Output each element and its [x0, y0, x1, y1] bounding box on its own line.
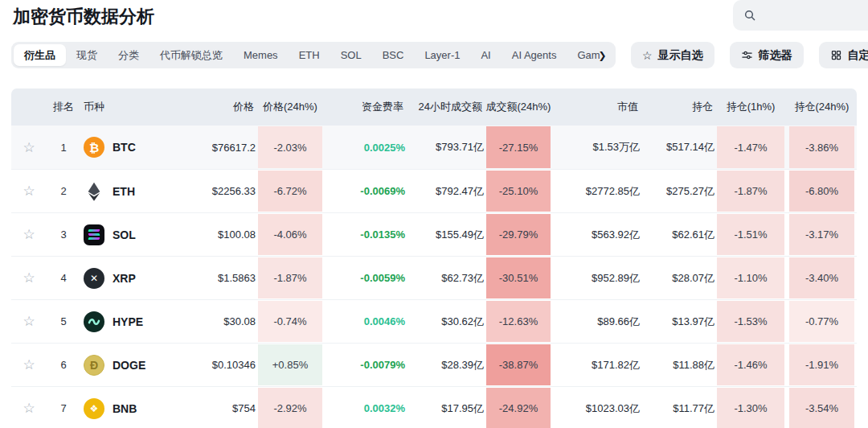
- table-row-bnb[interactable]: ☆ 7 ❖ BNB $754 -2.92% 0.0032% $17.95亿 -2…: [11, 386, 857, 428]
- volume-value: $792.47亿: [405, 170, 484, 212]
- bnb-coin-icon: ❖: [84, 398, 104, 419]
- oi-1h-value: -1.51%: [717, 214, 784, 255]
- header-coin[interactable]: 币种: [80, 100, 197, 114]
- favorite-star-icon[interactable]: ☆: [23, 139, 35, 156]
- price-value: $2256.33: [197, 170, 256, 212]
- table-row-doge[interactable]: ☆ 6 Ð DOGE $0.10346 +0.85% -0.0079% $28.…: [11, 343, 857, 386]
- volume-change-cell: -24.92%: [484, 387, 553, 428]
- rank-value: 7: [47, 387, 80, 428]
- oi-24h-value: -1.91%: [789, 344, 854, 385]
- volume-change-cell: -29.79%: [484, 213, 553, 256]
- funding-rate-value: 0.0025%: [325, 126, 405, 169]
- search-input[interactable]: [733, 0, 868, 31]
- oi-24h-cell: -0.77%: [787, 300, 857, 343]
- header-oi-1h[interactable]: 持仓(1h%): [714, 100, 787, 114]
- category-tabs: 衍生品 现货 分类 代币解锁总览 Memes ETH SOL BSC Layer…: [11, 42, 616, 68]
- show-watchlist-button[interactable]: ☆ 显示自选: [631, 42, 714, 68]
- favorite-star-icon[interactable]: ☆: [23, 226, 35, 243]
- tab-layer1[interactable]: Layer-1: [414, 44, 470, 66]
- favorite-star-icon[interactable]: ☆: [23, 183, 35, 200]
- tab-categories[interactable]: 分类: [108, 44, 149, 66]
- tab-bsc[interactable]: BSC: [372, 44, 415, 66]
- price-change-value: +0.85%: [258, 344, 322, 385]
- oi-24h-cell: -3.40%: [787, 257, 857, 299]
- header-rank[interactable]: 排名: [47, 100, 80, 114]
- tab-token-unlocks[interactable]: 代币解锁总览: [149, 44, 233, 66]
- tab-gaming-truncated[interactable]: Gam: [567, 44, 601, 66]
- table-row-btc[interactable]: ☆ 1 ₿ BTC $76617.2 -2.03% 0.0025% $793.7…: [11, 126, 857, 169]
- price-change-value: -0.74%: [258, 301, 322, 342]
- price-change-cell: -0.74%: [256, 300, 325, 343]
- customize-grid-icon: [830, 49, 842, 61]
- volume-change-cell: -30.51%: [484, 257, 553, 299]
- table-row-hype[interactable]: ☆ 5 HYPE $30.08 -0.74% 0.0046% $30.62亿 -…: [11, 299, 857, 343]
- oi-24h-cell: -3.17%: [787, 213, 857, 256]
- coin-cell[interactable]: ✕ XRP: [80, 257, 197, 299]
- volume-value: $30.62亿: [405, 300, 484, 343]
- coin-cell[interactable]: Ð DOGE: [80, 344, 197, 386]
- volume-change-value: -29.79%: [486, 214, 551, 255]
- funding-rate-value: 0.0046%: [325, 300, 405, 343]
- tabs-overflow-chevron-icon[interactable]: ❯: [599, 50, 607, 61]
- openinterest-value: $11.77亿: [640, 387, 714, 428]
- oi-1h-cell: -1.47%: [714, 126, 787, 169]
- customize-button[interactable]: 自定义: [819, 42, 868, 68]
- marketcap-value: $2772.85亿: [553, 170, 640, 212]
- funding-rate-value: -0.0135%: [325, 213, 405, 256]
- oi-24h-value: -0.77%: [789, 301, 854, 342]
- volume-change-value: -12.63%: [486, 301, 551, 342]
- rank-value: 1: [47, 126, 80, 169]
- oi-1h-cell: -1.46%: [714, 344, 787, 386]
- volume-change-value: -38.87%: [486, 344, 551, 385]
- tab-eth[interactable]: ETH: [289, 44, 330, 66]
- table-row-sol[interactable]: ☆ 3 SOL $100.08 -4.06% -0.0135% $155.49亿…: [11, 212, 857, 256]
- coin-cell[interactable]: ETH: [80, 170, 197, 212]
- header-price-24h[interactable]: 价格(24h%): [256, 100, 325, 114]
- header-volume-24h[interactable]: 24小时成交额: [405, 100, 484, 114]
- filter-button[interactable]: 筛选器: [730, 42, 804, 68]
- tab-ai[interactable]: AI: [470, 44, 501, 66]
- favorite-star-icon[interactable]: ☆: [23, 270, 35, 286]
- tab-ai-agents[interactable]: AI Agents: [502, 44, 567, 66]
- header-oi-24h[interactable]: 持仓(24h%): [787, 100, 857, 114]
- sliders-filter-icon: [741, 49, 753, 61]
- oi-1h-cell: -1.10%: [714, 257, 787, 299]
- coin-cell[interactable]: HYPE: [80, 300, 197, 343]
- price-change-cell: +0.85%: [256, 344, 325, 386]
- header-price[interactable]: 价格: [197, 100, 256, 114]
- favorite-star-icon[interactable]: ☆: [23, 400, 35, 417]
- coin-symbol: DOGE: [113, 359, 145, 372]
- funding-rate-value: -0.0069%: [325, 170, 405, 212]
- oi-1h-cell: -1.53%: [714, 300, 787, 343]
- header-volchg-24h[interactable]: 成交额(24h%): [484, 100, 553, 114]
- price-value: $100.08: [197, 213, 256, 256]
- table-row-xrp[interactable]: ☆ 4 ✕ XRP $1.5863 -1.87% -0.0059% $62.73…: [11, 256, 857, 299]
- coin-cell[interactable]: SOL: [80, 213, 197, 256]
- tab-derivatives[interactable]: 衍生品: [14, 44, 66, 66]
- volume-change-cell: -12.63%: [484, 300, 553, 343]
- favorite-star-icon[interactable]: ☆: [23, 356, 35, 373]
- volume-value: $17.95亿: [405, 387, 484, 428]
- oi-24h-value: -3.40%: [789, 257, 854, 298]
- marketcap-value: $171.82亿: [553, 344, 640, 386]
- header-openinterest[interactable]: 持仓: [640, 100, 714, 114]
- favorite-star-icon[interactable]: ☆: [23, 313, 35, 330]
- header-marketcap[interactable]: 市值: [553, 100, 640, 114]
- price-change-value: -6.72%: [258, 171, 322, 212]
- table-header-row: 排名 币种 价格 价格(24h%) 资金费率 24小时成交额 成交额(24h%)…: [11, 88, 857, 126]
- coin-cell[interactable]: ₿ BTC: [80, 126, 197, 169]
- tab-memes[interactable]: Memes: [233, 44, 289, 66]
- table-row-eth[interactable]: ☆ 2 ETH $2256.33 -6.72% -0.0069% $792.47…: [11, 169, 857, 212]
- volume-change-cell: -27.15%: [484, 126, 553, 169]
- tab-spot[interactable]: 现货: [66, 44, 108, 66]
- header-funding[interactable]: 资金费率: [325, 100, 405, 114]
- funding-rate-value: -0.0059%: [325, 257, 405, 299]
- coin-cell[interactable]: ❖ BNB: [80, 387, 197, 428]
- oi-1h-value: -1.10%: [717, 257, 784, 298]
- oi-24h-cell: -6.80%: [787, 170, 857, 212]
- page-title: 加密货币数据分析: [13, 5, 154, 29]
- openinterest-value: $517.14亿: [640, 126, 714, 169]
- openinterest-value: $275.27亿: [640, 170, 714, 212]
- tab-sol[interactable]: SOL: [330, 44, 372, 66]
- marketcap-value: $1.53万亿: [553, 126, 640, 169]
